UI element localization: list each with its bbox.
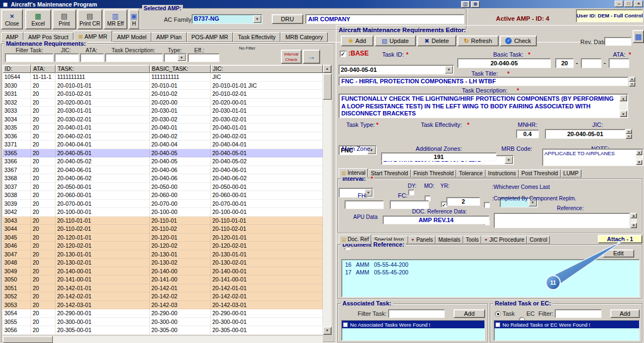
dy-checkbox[interactable] bbox=[408, 189, 414, 195]
mr-eff-button[interactable]: ▥ MR Eff bbox=[103, 9, 127, 29]
table-row[interactable]: 30532020-142-03-0120-142-0320-142-03-01 bbox=[3, 301, 323, 310]
col-header-ata[interactable]: ATA: bbox=[31, 65, 56, 73]
doc-ref-item[interactable]: 17 AMM 05-55-45-200 bbox=[342, 268, 639, 276]
table-row[interactable]: 30442020-110-02-0120-110-0220-110-02-01 bbox=[3, 225, 323, 234]
associated-filter-input[interactable] bbox=[388, 309, 445, 318]
hscroll-thumb[interactable] bbox=[3, 336, 53, 343]
spin-down-icon[interactable]: ▼ bbox=[625, 134, 632, 139]
task-radio[interactable] bbox=[495, 311, 501, 317]
filter-type-select[interactable]: ▼ bbox=[164, 53, 187, 62]
table-row[interactable]: 30352020-040-01-0120-040-0120-040-01-01 bbox=[3, 124, 323, 132]
table-row[interactable]: 30302020-010-01-0120-010-0120-010-01-01 … bbox=[3, 82, 323, 90]
table-hscrollbar[interactable] bbox=[3, 336, 323, 343]
basic-task-field[interactable]: 20-040-05 bbox=[457, 58, 551, 68]
associated-task-list[interactable]: No Associated Tasks Were Found ! bbox=[341, 320, 485, 341]
spin-up-icon[interactable]: ▲ bbox=[625, 129, 632, 134]
scroll-down-icon[interactable]: ▼ bbox=[620, 111, 627, 117]
doc-ref-item[interactable]: 16 AMM 05-55-44-200 bbox=[342, 261, 639, 268]
table-row[interactable]: 30562020-305-00-0120-305-0020-305-00-01 bbox=[3, 326, 323, 335]
col-header-task[interactable]: TASK: bbox=[56, 65, 150, 73]
tab-panels[interactable]: ▼ Panels bbox=[408, 236, 436, 244]
table-row[interactable]: 30432020-110-01-0120-110-0120-110-01-01 bbox=[3, 217, 323, 225]
delete-button[interactable]: ✖ Delete bbox=[417, 35, 456, 46]
check-button[interactable]: ✓ Check bbox=[500, 35, 537, 46]
table-row[interactable]: 30552020-300-00-0120-300-0020-300-00-01 bbox=[3, 318, 323, 327]
col-header-basic-task[interactable]: BASIC_TASK: bbox=[150, 65, 211, 73]
tab-finish-threshold[interactable]: Finish Threshold bbox=[411, 169, 457, 177]
task-desc-scrollbar[interactable]: ▲ ▼ bbox=[620, 95, 627, 117]
additional-zones-field[interactable]: 191 bbox=[381, 152, 496, 161]
chevron-down-icon[interactable]: ▼ bbox=[505, 156, 513, 164]
table-row[interactable]: 30332020-030-01-0120-030-0120-030-01-01 bbox=[3, 107, 323, 115]
note-scrollbar[interactable]: ▲ ▼ bbox=[636, 150, 642, 165]
excel-button[interactable]: ▦ Excel bbox=[25, 9, 51, 29]
ata-field-2[interactable] bbox=[581, 58, 602, 68]
vscroll-thumb[interactable] bbox=[323, 74, 332, 100]
spin-up-icon[interactable]: ▲ bbox=[629, 77, 635, 82]
ata-field-3[interactable] bbox=[609, 58, 629, 68]
scroll-down-icon[interactable]: ▼ bbox=[630, 223, 637, 228]
table-row[interactable]: 30342020-030-02-0120-030-0220-030-02-01 bbox=[3, 115, 323, 124]
table-row[interactable]: 30522020-142-02-0120-142-0220-142-02-01 bbox=[3, 292, 323, 301]
rev-date-field[interactable] bbox=[604, 37, 631, 46]
task-desc-box[interactable]: FUNCTIONALLY CHECK THE LIGHTNING/HIRF PR… bbox=[339, 94, 628, 118]
ac-family-select[interactable]: B737-NG ▼ bbox=[192, 14, 262, 24]
table-row[interactable]: 30482020-130-02-0120-130-0220-130-02-01 bbox=[3, 259, 323, 267]
table-row[interactable]: 30312020-010-02-0120-010-0220-010-02-01 bbox=[3, 90, 323, 99]
fc-field[interactable] bbox=[390, 200, 429, 209]
table-row[interactable]: 30372020-050-00-0120-050-0020-050-00-01 bbox=[3, 183, 323, 192]
print-cr-button[interactable]: ▤ Print CR bbox=[77, 9, 102, 29]
table-row[interactable]: 30392020-070-00-0120-070-0020-070-00-01 bbox=[3, 200, 323, 209]
associated-add-button[interactable]: Add bbox=[453, 309, 485, 318]
tab-lump[interactable]: LUMP bbox=[561, 169, 581, 177]
yr-value-field[interactable]: 2 bbox=[446, 197, 480, 206]
tab-instructions[interactable]: Instructions bbox=[486, 169, 519, 177]
table-row[interactable]: 33662020-040-05-0220-040-0520-040-05-02 bbox=[3, 157, 323, 166]
tab-pos-amp-mr[interactable]: POS-AMP MR bbox=[187, 32, 233, 42]
table-row[interactable]: 30422020-100-00-0120-100-0020-100-00-01 bbox=[3, 208, 323, 217]
table-row[interactable]: 30542020-290-00-0120-290-0020-290-00-01 bbox=[3, 309, 323, 318]
jic-field[interactable]: 20-040-05-01 bbox=[545, 129, 625, 139]
base-checkbox[interactable]: ✓ bbox=[340, 51, 346, 57]
tab-control[interactable]: Control bbox=[527, 236, 550, 244]
scroll-down-button[interactable]: ▼ bbox=[323, 327, 332, 335]
mnhr-field[interactable]: 0.4 bbox=[516, 130, 539, 138]
related-filter-input[interactable] bbox=[555, 309, 602, 318]
tab-tools[interactable]: Tools bbox=[463, 236, 481, 244]
table-row[interactable]: 33712020-040-04-0120-040-0420-040-04-01 bbox=[3, 140, 323, 149]
chevron-down-icon[interactable]: ▼ bbox=[253, 15, 261, 23]
titlebar[interactable]: ▣ Aircraft's Maintenance Program bbox=[0, 0, 644, 8]
scroll-up-icon[interactable]: ▲ bbox=[620, 95, 627, 101]
print-button[interactable]: ▤ Print bbox=[52, 9, 76, 29]
table-row[interactable]: 33672020-040-06-0120-040-0620-040-06-01 bbox=[3, 166, 323, 175]
layout-split-icon[interactable]: ◫ bbox=[461, 1, 470, 8]
filter-jic-input[interactable] bbox=[54, 53, 79, 62]
ata-field-1[interactable]: 20 bbox=[555, 58, 574, 68]
jic-spinner[interactable]: ▲ ▼ bbox=[625, 129, 632, 139]
scroll-up-icon[interactable]: ▲ bbox=[630, 213, 637, 218]
tab-interval[interactable]: ▤ Interval bbox=[339, 168, 368, 177]
close-button[interactable]: × Close bbox=[1, 9, 23, 29]
layout-tile-icon[interactable]: ⊞ bbox=[471, 1, 480, 8]
scroll-up-icon[interactable]: ▲ bbox=[636, 150, 642, 155]
filter-ata-input[interactable] bbox=[80, 53, 104, 62]
doc-ref-list[interactable]: 16 AMM 05-55-44-20017 AMM 05-55-45-200 bbox=[341, 259, 640, 297]
reference-scrollbar[interactable]: ▲ ▼ bbox=[630, 213, 637, 228]
table-row[interactable]: 30492020-140-00-0120-140-0020-140-00-01 bbox=[3, 267, 323, 276]
attach-button[interactable]: Attach - 1 bbox=[598, 235, 642, 243]
whichever-checkbox[interactable] bbox=[484, 202, 490, 208]
interval-check-button[interactable]: Interval Check bbox=[281, 50, 302, 64]
table-row[interactable]: 30452020-120-01-0120-120-0120-120-01-01 bbox=[3, 234, 323, 242]
table-row[interactable]: 1054411-11-111111111111111111111JIC bbox=[3, 73, 323, 82]
filter-task-input[interactable] bbox=[5, 53, 53, 62]
refresh-button[interactable]: ↻ Refresh bbox=[457, 35, 499, 46]
table-vscrollbar[interactable]: ▲ ▼ bbox=[323, 65, 332, 335]
scroll-down-icon[interactable]: ▼ bbox=[636, 160, 642, 165]
table-row[interactable]: 30382020-060-00-0120-060-0020-060-00-01 bbox=[3, 191, 323, 200]
tab-post-threshold[interactable]: Post Threshold bbox=[519, 169, 561, 177]
company-field[interactable]: AIR COMPANY bbox=[305, 14, 464, 24]
calendar-button[interactable]: ▦ bbox=[633, 30, 644, 43]
table-row[interactable]: 30462020-120-02-0120-120-0220-120-02-01 bbox=[3, 242, 323, 250]
table-row[interactable]: 30512020-142-01-0120-142-0120-142-01-01 bbox=[3, 284, 323, 293]
fh-field[interactable] bbox=[345, 200, 384, 209]
